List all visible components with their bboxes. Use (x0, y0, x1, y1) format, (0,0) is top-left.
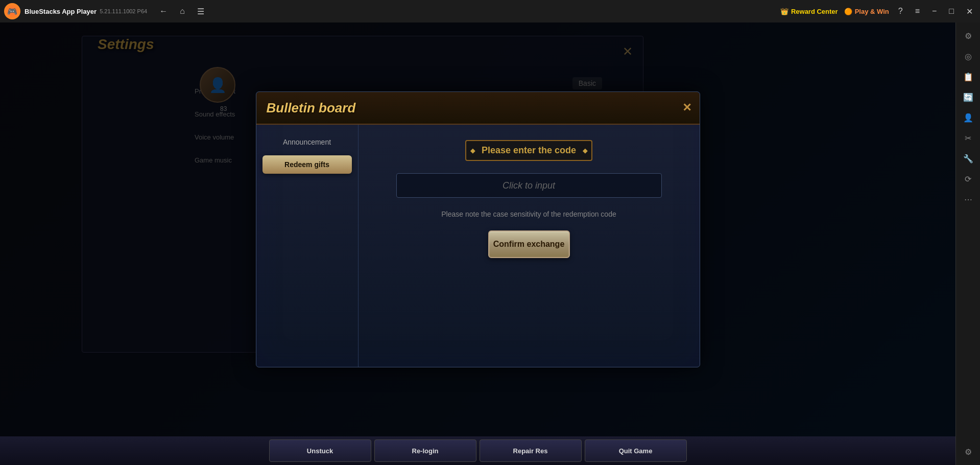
right-panel-icon-5[interactable]: 👤 (959, 108, 977, 127)
code-note: Please note the case sensitivity of the … (441, 210, 616, 218)
right-panel-settings-icon[interactable]: ⚙ (959, 443, 977, 461)
titlebar-nav: ← ⌂ ☰ (157, 5, 206, 18)
reward-center-button[interactable]: 👑 Reward Center (780, 8, 838, 15)
right-panel-icon-7[interactable]: 🔧 (959, 149, 977, 168)
right-panel-icon-2[interactable]: ◎ (959, 47, 977, 65)
play-win-button[interactable]: 🟠 Play & Win (844, 8, 889, 15)
menu-button[interactable]: ≡ (912, 6, 923, 17)
bottom-bar: Unstuck Re-login Repair Res Quit Game (0, 436, 955, 465)
quit-game-button[interactable]: Quit Game (585, 439, 687, 462)
app-logo: 🎮 (4, 3, 20, 19)
crown-icon: 👑 (780, 8, 788, 15)
home-button[interactable]: ⌂ (178, 5, 187, 18)
reward-center-label: Reward Center (791, 8, 838, 15)
bulletin-close-button[interactable]: ✕ (682, 101, 691, 114)
help-button[interactable]: ? (895, 6, 906, 17)
bulletin-modal: Bulletin board ✕ Announcement Redeem gif… (256, 91, 700, 367)
bulletin-content: Please enter the code Please note the ca… (358, 125, 700, 367)
back-button[interactable]: ← (157, 5, 170, 18)
relogin-button[interactable]: Re-login (374, 439, 476, 462)
close-titlebar-button[interactable]: ✕ (963, 6, 976, 17)
bulletin-header: Bulletin board ✕ (256, 92, 700, 125)
right-panel-icon-6[interactable]: ✂ (959, 129, 977, 147)
code-input[interactable] (396, 173, 662, 198)
minimize-button[interactable]: − (929, 6, 940, 17)
right-panel-icon-8[interactable]: ⟳ (959, 170, 977, 188)
maximize-button[interactable]: □ (946, 6, 957, 17)
unstuck-button[interactable]: Unstuck (269, 439, 371, 462)
app-name: BlueStacks App Player (25, 8, 97, 15)
coin-icon: 🟠 (844, 8, 852, 15)
right-panel-icon-9[interactable]: ⋯ (959, 190, 977, 208)
bulletin-tab-redeem[interactable]: Redeem gifts (262, 155, 352, 174)
code-label-wrapper: Please enter the code (465, 140, 592, 161)
code-label: Please enter the code (465, 140, 592, 161)
titlebar: 🎮 BlueStacks App Player 5.21.111.1002 P6… (0, 0, 980, 22)
right-panel-icon-1[interactable]: ⚙ (959, 27, 977, 45)
repair-res-button[interactable]: Repair Res (480, 439, 582, 462)
bulletin-tab-announcement[interactable]: Announcement (262, 133, 352, 151)
right-panel-icon-3[interactable]: 📋 (959, 67, 977, 86)
confirm-exchange-button[interactable]: Confirm exchange (488, 230, 570, 258)
bulletin-title: Bulletin board (267, 100, 356, 116)
bookmark-button[interactable]: ☰ (195, 5, 206, 18)
play-win-label: Play & Win (855, 8, 889, 15)
right-panel-icon-4[interactable]: 🔄 (959, 88, 977, 106)
modal-overlay: Bulletin board ✕ Announcement Redeem gif… (0, 22, 955, 436)
app-version: 5.21.111.1002 P64 (100, 8, 147, 14)
bulletin-sidebar: Announcement Redeem gifts (256, 125, 358, 367)
right-panel: ⚙ ◎ 📋 🔄 👤 ✂ 🔧 ⟳ ⋯ ⚙ (955, 22, 980, 465)
bulletin-body: Announcement Redeem gifts Please enter t… (256, 125, 700, 367)
titlebar-right: 👑 Reward Center 🟠 Play & Win ? ≡ − □ ✕ (780, 6, 980, 17)
